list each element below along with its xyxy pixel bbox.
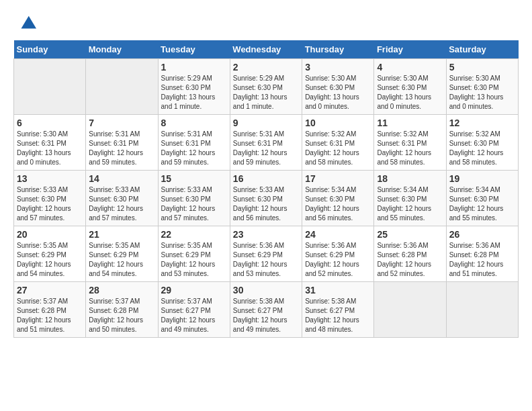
day-info: Sunrise: 5:30 AM Sunset: 6:31 PM Dayligh… — [17, 130, 83, 167]
calendar-cell: 1 Sunrise: 5:29 AM Sunset: 6:30 PM Dayli… — [158, 59, 230, 115]
calendar-cell: 20 Sunrise: 5:35 AM Sunset: 6:29 PM Dayl… — [14, 226, 86, 282]
day-number: 28 — [89, 285, 154, 295]
day-number: 8 — [161, 118, 227, 128]
day-info: Sunrise: 5:32 AM Sunset: 6:30 PM Dayligh… — [449, 130, 515, 167]
sunrise-label: Sunrise: 5:30 AM — [17, 130, 68, 138]
sunset-label: Sunset: 6:30 PM — [233, 84, 283, 91]
sunset-label: Sunset: 6:31 PM — [161, 140, 211, 147]
calendar-cell: 8 Sunrise: 5:31 AM Sunset: 6:31 PM Dayli… — [158, 115, 230, 171]
sunrise-label: Sunrise: 5:31 AM — [89, 130, 140, 138]
sunrise-label: Sunrise: 5:32 AM — [305, 130, 356, 138]
day-info: Sunrise: 5:33 AM Sunset: 6:30 PM Dayligh… — [233, 185, 299, 223]
day-info: Sunrise: 5:31 AM Sunset: 6:31 PM Dayligh… — [89, 130, 154, 167]
calendar-week-row: 13 Sunrise: 5:33 AM Sunset: 6:30 PM Dayl… — [14, 171, 519, 226]
daylight-label: Daylight: 12 hours and 49 minutes. — [233, 316, 287, 333]
sunset-label: Sunset: 6:30 PM — [305, 84, 355, 91]
sunrise-label: Sunrise: 5:30 AM — [305, 75, 356, 82]
logo-icon — [16, 13, 36, 34]
calendar-cell: 19 Sunrise: 5:34 AM Sunset: 6:30 PM Dayl… — [446, 171, 518, 226]
calendar-header: SundayMondayTuesdayWednesdayThursdayFrid… — [14, 40, 519, 59]
daylight-label: Daylight: 12 hours and 49 minutes. — [161, 316, 216, 333]
calendar-cell — [446, 282, 518, 338]
calendar-cell: 29 Sunrise: 5:37 AM Sunset: 6:27 PM Dayl… — [158, 282, 230, 338]
sunset-label: Sunset: 6:30 PM — [161, 84, 211, 91]
day-number: 31 — [305, 285, 371, 295]
calendar-week-row: 1 Sunrise: 5:29 AM Sunset: 6:30 PM Dayli… — [14, 59, 519, 115]
daylight-label: Daylight: 13 hours and 1 minute. — [233, 93, 287, 110]
day-info: Sunrise: 5:38 AM Sunset: 6:27 PM Dayligh… — [233, 297, 299, 334]
daylight-label: Daylight: 12 hours and 59 minutes. — [89, 149, 143, 166]
sunrise-label: Sunrise: 5:32 AM — [449, 130, 500, 138]
sunrise-label: Sunrise: 5:35 AM — [89, 242, 140, 249]
day-info: Sunrise: 5:35 AM Sunset: 6:29 PM Dayligh… — [89, 241, 154, 279]
weekday-header: Wednesday — [230, 40, 302, 59]
sunset-label: Sunset: 6:29 PM — [305, 251, 355, 259]
day-info: Sunrise: 5:36 AM Sunset: 6:29 PM Dayligh… — [233, 241, 299, 279]
calendar-cell: 9 Sunrise: 5:31 AM Sunset: 6:31 PM Dayli… — [230, 115, 302, 171]
daylight-label: Daylight: 12 hours and 55 minutes. — [377, 205, 431, 222]
daylight-label: Daylight: 12 hours and 48 minutes. — [305, 316, 359, 333]
day-number: 27 — [17, 285, 83, 295]
daylight-label: Daylight: 12 hours and 53 minutes. — [161, 261, 216, 277]
day-number: 24 — [305, 229, 371, 240]
sunset-label: Sunset: 6:30 PM — [449, 195, 499, 203]
calendar-cell — [374, 282, 446, 338]
sunrise-label: Sunrise: 5:30 AM — [449, 75, 500, 82]
calendar-cell: 11 Sunrise: 5:32 AM Sunset: 6:31 PM Dayl… — [374, 115, 446, 171]
sunset-label: Sunset: 6:30 PM — [89, 195, 138, 203]
sunrise-label: Sunrise: 5:35 AM — [161, 242, 212, 249]
day-number: 3 — [305, 62, 371, 73]
calendar-cell — [14, 59, 86, 115]
calendar-cell: 15 Sunrise: 5:33 AM Sunset: 6:30 PM Dayl… — [158, 171, 230, 226]
daylight-label: Daylight: 12 hours and 50 minutes. — [89, 316, 143, 333]
day-info: Sunrise: 5:37 AM Sunset: 6:28 PM Dayligh… — [17, 297, 83, 334]
day-info: Sunrise: 5:34 AM Sunset: 6:30 PM Dayligh… — [377, 185, 443, 223]
sunrise-label: Sunrise: 5:31 AM — [161, 130, 212, 138]
day-info: Sunrise: 5:29 AM Sunset: 6:30 PM Dayligh… — [233, 74, 299, 111]
day-number: 23 — [233, 229, 299, 240]
calendar-cell: 23 Sunrise: 5:36 AM Sunset: 6:29 PM Dayl… — [230, 226, 302, 282]
calendar-cell: 26 Sunrise: 5:36 AM Sunset: 6:28 PM Dayl… — [446, 226, 518, 282]
day-info: Sunrise: 5:38 AM Sunset: 6:27 PM Dayligh… — [305, 297, 371, 334]
calendar-cell: 5 Sunrise: 5:30 AM Sunset: 6:30 PM Dayli… — [446, 59, 518, 115]
calendar-cell: 4 Sunrise: 5:30 AM Sunset: 6:30 PM Dayli… — [374, 59, 446, 115]
sunrise-label: Sunrise: 5:36 AM — [377, 242, 428, 249]
sunset-label: Sunset: 6:31 PM — [305, 140, 355, 147]
calendar-cell: 24 Sunrise: 5:36 AM Sunset: 6:29 PM Dayl… — [302, 226, 374, 282]
calendar-cell: 2 Sunrise: 5:29 AM Sunset: 6:30 PM Dayli… — [230, 59, 302, 115]
day-info: Sunrise: 5:34 AM Sunset: 6:30 PM Dayligh… — [449, 185, 515, 223]
sunrise-label: Sunrise: 5:37 AM — [161, 298, 212, 305]
daylight-label: Daylight: 12 hours and 53 minutes. — [233, 261, 287, 277]
sunrise-label: Sunrise: 5:35 AM — [17, 242, 68, 249]
svg-marker-0 — [21, 16, 37, 29]
day-number: 4 — [377, 62, 443, 73]
sunset-label: Sunset: 6:27 PM — [305, 307, 355, 314]
day-number: 11 — [377, 118, 443, 128]
calendar-cell: 21 Sunrise: 5:35 AM Sunset: 6:29 PM Dayl… — [86, 226, 158, 282]
day-number: 26 — [449, 229, 515, 240]
day-info: Sunrise: 5:30 AM Sunset: 6:30 PM Dayligh… — [449, 74, 515, 111]
daylight-label: Daylight: 12 hours and 52 minutes. — [305, 261, 359, 277]
sunset-label: Sunset: 6:30 PM — [161, 195, 211, 203]
day-info: Sunrise: 5:32 AM Sunset: 6:31 PM Dayligh… — [305, 130, 371, 167]
day-number: 25 — [377, 229, 443, 240]
daylight-label: Daylight: 12 hours and 54 minutes. — [17, 261, 71, 277]
day-info: Sunrise: 5:35 AM Sunset: 6:29 PM Dayligh… — [17, 241, 83, 279]
daylight-label: Daylight: 13 hours and 1 minute. — [161, 93, 216, 110]
day-number: 20 — [17, 229, 83, 240]
daylight-label: Daylight: 12 hours and 57 minutes. — [161, 205, 216, 222]
daylight-label: Daylight: 12 hours and 57 minutes. — [89, 205, 143, 222]
day-info: Sunrise: 5:31 AM Sunset: 6:31 PM Dayligh… — [161, 130, 227, 167]
sunrise-label: Sunrise: 5:34 AM — [305, 186, 356, 193]
daylight-label: Daylight: 12 hours and 59 minutes. — [233, 149, 287, 166]
day-info: Sunrise: 5:36 AM Sunset: 6:29 PM Dayligh… — [305, 241, 371, 279]
calendar-body: 1 Sunrise: 5:29 AM Sunset: 6:30 PM Dayli… — [14, 59, 519, 338]
sunset-label: Sunset: 6:31 PM — [17, 140, 66, 147]
day-info: Sunrise: 5:31 AM Sunset: 6:31 PM Dayligh… — [233, 130, 299, 167]
sunset-label: Sunset: 6:28 PM — [449, 251, 499, 259]
sunset-label: Sunset: 6:27 PM — [233, 307, 283, 314]
day-info: Sunrise: 5:33 AM Sunset: 6:30 PM Dayligh… — [17, 185, 83, 223]
sunrise-label: Sunrise: 5:33 AM — [17, 186, 68, 193]
sunrise-label: Sunrise: 5:33 AM — [89, 186, 140, 193]
sunset-label: Sunset: 6:30 PM — [377, 195, 427, 203]
